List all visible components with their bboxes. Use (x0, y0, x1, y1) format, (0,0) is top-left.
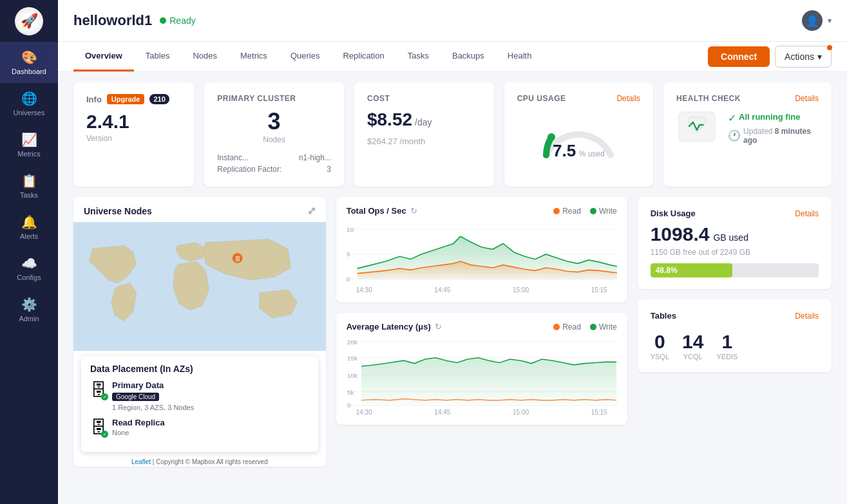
actions-button[interactable]: Actions ▾ (775, 46, 832, 68)
disk-card: Disk Usage Details 1098.4 GB used 1150 G… (638, 197, 832, 289)
replica-db-icon-wrap: 🗄 ✓ (90, 418, 107, 438)
sidebar-label-metrics: Metrics (17, 150, 40, 158)
tables-stats: 0 YSQL 14 YCQL 1 YEDIS (651, 331, 819, 360)
ops-refresh-icon[interactable]: ↻ (410, 206, 417, 216)
cost-daily: $8.52 (367, 109, 412, 130)
replica-detail: None (112, 429, 165, 436)
tabs-actions: Connect Actions ▾ (708, 46, 832, 68)
latency-write-dot (590, 324, 596, 330)
disk-progress-fill: 48.8% (651, 263, 733, 277)
cost-title: Cost (367, 94, 481, 103)
cluster-nodes-label: Nodes (217, 135, 331, 144)
ops-chart-svg: 10 5 0 (347, 222, 617, 286)
read-dot (553, 208, 560, 214)
svg-point-0 (547, 133, 555, 141)
health-update-row: 🕐 Updated 8 minutes ago (728, 127, 819, 145)
sidebar-item-metrics[interactable]: 📈 Metrics (0, 124, 58, 165)
sidebar-item-tasks[interactable]: 📋 Tasks (0, 165, 58, 207)
dashboard-icon: 🎨 (21, 50, 37, 65)
tab-replication[interactable]: Replication (331, 42, 395, 71)
sidebar-item-configs[interactable]: ☁️ Configs (0, 248, 58, 289)
sidebar-label-tasks: Tasks (20, 191, 38, 199)
cluster-title: Primary Cluster (217, 94, 331, 103)
content-area: Info Upgrade 210 2.4.1 Version Primary C… (58, 72, 847, 504)
disk-details-link[interactable]: Details (795, 209, 819, 218)
tab-backups[interactable]: Backups (441, 42, 496, 71)
charts-column: Total Ops / Sec ↻ Read Write (336, 197, 627, 467)
tab-metrics[interactable]: Metrics (229, 42, 279, 71)
sidebar-item-admin[interactable]: ⚙️ Admin (0, 289, 58, 330)
write-label: Write (599, 207, 617, 216)
ops-x-label-3: 15:15 (591, 286, 607, 294)
cluster-replication-value: 3 (327, 165, 331, 174)
ops-x-labels: 14:30 14:45 15:00 15:15 (347, 286, 617, 294)
ycql-count: 14 (682, 331, 703, 353)
svg-text:10k: 10k (347, 372, 357, 379)
svg-text:15k: 15k (347, 355, 357, 362)
sidebar-item-universes[interactable]: 🌐 Universes (0, 83, 58, 124)
tab-nodes[interactable]: Nodes (181, 42, 229, 71)
primary-db-icon-wrap: 🗄 ✓ (90, 380, 107, 400)
upgrade-button[interactable]: Upgrade (107, 94, 145, 104)
top-cards-row: Info Upgrade 210 2.4.1 Version Primary C… (73, 82, 832, 187)
version-label: Version (86, 134, 181, 143)
cpu-unit: % used (579, 149, 605, 158)
actions-chevron-icon: ▾ (817, 51, 822, 62)
clock-icon: 🕐 (728, 129, 741, 142)
cluster-instance-label: Instanc... (217, 153, 249, 162)
sidebar-label-universes: Universes (14, 109, 45, 117)
latency-write-legend: Write (590, 322, 617, 331)
app-logo: 🚀 (15, 7, 43, 35)
ops-chart-legend: Read Write (553, 207, 616, 216)
map-title: Universe Nodes (84, 206, 152, 216)
sidebar-item-dashboard[interactable]: 🎨 Dashboard (0, 42, 58, 83)
tables-title: Tables (651, 311, 676, 321)
sidebar-label-alerts: Alerts (20, 232, 38, 240)
connect-button[interactable]: Connect (708, 46, 770, 67)
tab-tasks[interactable]: Tasks (396, 42, 441, 71)
expand-icon[interactable]: ⤢ (307, 205, 316, 217)
sidebar-label-admin: Admin (19, 315, 39, 322)
tab-queries[interactable]: Queries (279, 42, 332, 71)
replica-info: Read Replica None (112, 418, 165, 436)
health-status-row: ✓ All running fine (728, 112, 800, 124)
leaflet-link[interactable]: Leaflet (131, 458, 151, 465)
svg-text:0: 0 (347, 402, 351, 409)
header: helloworld1 Ready 👤 ▾ (58, 0, 847, 42)
yedis-count: 1 (716, 331, 738, 353)
svg-text:0: 0 (347, 275, 350, 283)
latency-x-label-0: 14:30 (356, 409, 372, 416)
replica-check-icon: ✓ (101, 431, 108, 438)
avatar[interactable]: 👤 (802, 10, 823, 31)
health-details-link[interactable]: Details (795, 94, 819, 103)
tables-header: Tables Details (651, 311, 819, 321)
latency-refresh-icon[interactable]: ↻ (435, 322, 442, 331)
header-left: helloworld1 Ready (73, 12, 196, 29)
ysql-label: YSQL (651, 353, 669, 360)
latency-x-label-3: 15:15 (591, 409, 607, 416)
cloud-badge: Google Cloud (112, 393, 159, 401)
bottom-cards-row: Universe Nodes ⤢ (73, 197, 832, 467)
sidebar-item-alerts[interactable]: 🔔 Alerts (0, 207, 58, 248)
tables-details-link[interactable]: Details (795, 312, 819, 321)
cpu-details-link[interactable]: Details (616, 94, 640, 103)
info-title: Info (86, 95, 102, 104)
cost-card: Cost $8.52 /day $264.27 /month (354, 82, 494, 187)
latency-read-dot (553, 324, 560, 330)
info-header: Info Upgrade 210 (86, 94, 181, 104)
cpu-gauge: 7.5 % used (517, 108, 640, 166)
tab-overview[interactable]: Overview (73, 42, 134, 71)
main-content: helloworld1 Ready 👤 ▾ Overview Tables No… (58, 0, 847, 504)
svg-text:5: 5 (347, 250, 350, 257)
universes-icon: 🌐 (21, 91, 37, 106)
tab-health[interactable]: Health (496, 42, 544, 71)
tab-tables[interactable]: Tables (134, 42, 182, 71)
placement-title: Data Placement (In AZs) (90, 364, 309, 374)
latency-chart-svg: 20k 15k 10k 5k 0 (347, 338, 617, 409)
latency-chart-legend: Read Write (553, 322, 616, 331)
primary-data-info: Primary Data Google Cloud 1 Region, 3 AZ… (112, 380, 194, 411)
chevron-down-icon: ▾ (828, 16, 832, 25)
disk-used: 1098.4 (651, 223, 710, 245)
latency-chart-header: Average Latency (μs) ↻ Read Write (347, 322, 617, 331)
health-card: Health Check Details ✓ All (663, 82, 832, 187)
